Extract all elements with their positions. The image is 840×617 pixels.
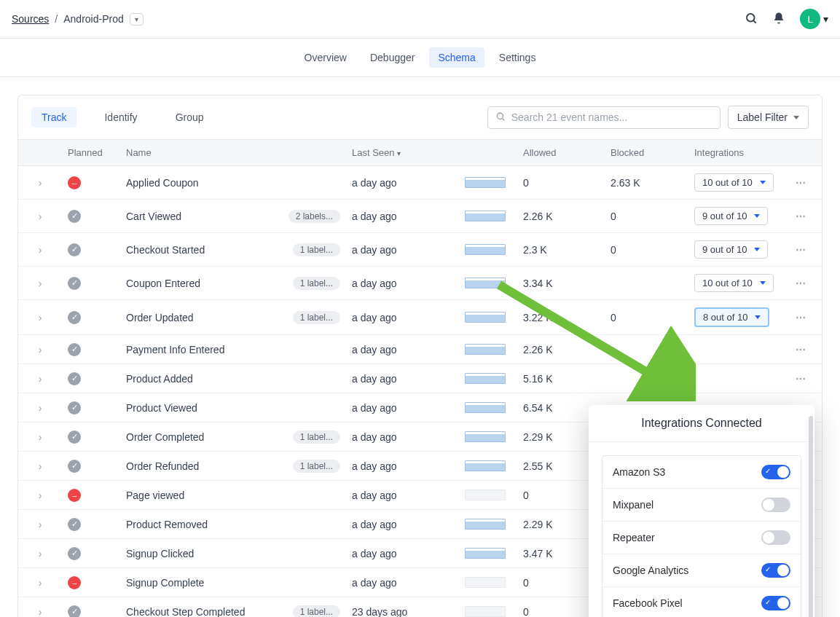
label-pill[interactable]: 1 label... — [293, 311, 340, 324]
subtab-track[interactable]: Track — [31, 107, 76, 127]
svg-line-1 — [753, 20, 755, 23]
integration-toggle[interactable] — [761, 498, 790, 512]
bell-icon[interactable] — [772, 12, 785, 27]
integrations-popover: Integrations Connected Amazon S3 ✓ Mixpa… — [589, 405, 815, 617]
row-menu-button[interactable]: ⋯ — [783, 270, 820, 296]
integration-name: Google Analytics — [613, 565, 688, 576]
check-circle-icon: ✓ — [68, 210, 81, 223]
toggle-knob — [777, 466, 789, 478]
minus-circle-icon: – — [68, 489, 81, 502]
expand-row-button[interactable]: › — [18, 599, 62, 618]
label-filter-text: Label Filter — [737, 111, 788, 123]
row-menu-button[interactable]: ⋯ — [783, 304, 820, 331]
search-icon — [495, 111, 506, 124]
integration-toggle[interactable]: ✓ — [761, 563, 790, 578]
expand-row-button[interactable]: › — [18, 203, 62, 229]
table-row: › ✓ Order Updated1 label... a day ago 3.… — [18, 300, 822, 335]
integrations-list: Amazon S3 ✓ Mixpanel Repeater Google Ana… — [602, 455, 801, 617]
label-pill[interactable]: 1 label... — [293, 277, 340, 290]
event-name: Product Removed — [126, 519, 340, 530]
label-pill[interactable]: 1 label... — [293, 431, 340, 444]
column-planned[interactable]: Planned — [62, 140, 120, 165]
tab-settings[interactable]: Settings — [490, 47, 545, 68]
blocked-value — [605, 276, 688, 291]
label-filter-button[interactable]: Label Filter — [728, 106, 809, 129]
integration-toggle[interactable]: ✓ — [761, 596, 790, 610]
tab-debugger[interactable]: Debugger — [361, 47, 424, 68]
column-last-seen[interactable]: Last Seen ▾ — [346, 140, 459, 165]
expand-row-button[interactable]: › — [18, 511, 62, 538]
check-circle-icon: ✓ — [68, 372, 81, 385]
expand-row-button[interactable]: › — [18, 366, 62, 392]
search-input[interactable] — [511, 111, 713, 123]
expand-row-button[interactable]: › — [18, 337, 62, 363]
sparkline — [465, 606, 506, 617]
chevron-down-icon — [760, 181, 766, 184]
expand-row-button[interactable]: › — [18, 482, 62, 508]
tab-schema[interactable]: Schema — [429, 47, 484, 68]
label-pill[interactable]: 1 label... — [293, 460, 340, 473]
row-menu-button[interactable]: ⋯ — [783, 366, 820, 392]
expand-row-button[interactable]: › — [18, 270, 62, 296]
integrations-dropdown[interactable]: 8 out of 10 — [694, 307, 769, 327]
integration-toggle[interactable]: ✓ — [761, 465, 790, 479]
integration-name: Facebook Pixel — [613, 597, 683, 609]
expand-row-button[interactable]: › — [18, 570, 62, 596]
check-circle-icon: ✓ — [68, 343, 81, 356]
popover-scrollbar[interactable] — [809, 416, 813, 617]
row-menu-button[interactable]: ⋯ — [783, 203, 820, 229]
integrations-dropdown[interactable]: 10 out of 10 — [694, 274, 774, 292]
subtab-identify[interactable]: Identify — [94, 107, 147, 127]
check-icon: ✓ — [765, 598, 771, 606]
event-name: Checkout Step Completed — [126, 606, 287, 618]
event-name: Signup Complete — [126, 577, 340, 589]
row-menu-button[interactable]: ⋯ — [783, 237, 820, 263]
row-menu-button[interactable]: ⋯ — [783, 337, 820, 363]
integration-item: Facebook Pixel ✓ — [602, 587, 801, 617]
search-icon[interactable] — [745, 12, 758, 27]
event-name: Coupon Entered — [126, 278, 287, 289]
breadcrumb-dropdown[interactable]: ▾ — [130, 13, 144, 25]
label-pill[interactable]: 1 label... — [293, 605, 340, 618]
expand-row-button[interactable]: › — [18, 541, 62, 567]
last-seen-value: a day ago — [346, 337, 459, 363]
last-seen-value: a day ago — [346, 170, 459, 196]
check-circle-icon: ✓ — [68, 311, 81, 324]
row-menu-button[interactable]: ⋯ — [783, 170, 820, 196]
integration-toggle[interactable] — [761, 530, 790, 545]
toggle-knob — [777, 597, 789, 609]
last-seen-value: a day ago — [346, 304, 459, 331]
column-allowed[interactable]: Allowed — [517, 140, 605, 165]
integration-name: Mixpanel — [613, 499, 653, 511]
expand-row-button[interactable]: › — [18, 424, 62, 450]
event-name: Product Viewed — [126, 402, 340, 414]
breadcrumb-root-link[interactable]: Sources — [12, 13, 49, 25]
integrations-dropdown[interactable]: 9 out of 10 — [694, 240, 768, 259]
last-seen-value: a day ago — [346, 541, 459, 567]
breadcrumb-separator: / — [55, 13, 58, 25]
last-seen-value: a day ago — [346, 482, 459, 508]
label-pill[interactable]: 2 labels... — [288, 210, 340, 223]
integrations-dropdown[interactable]: 9 out of 10 — [694, 207, 768, 225]
column-blocked[interactable]: Blocked — [605, 140, 688, 165]
chevron-down-icon — [793, 116, 799, 119]
column-integrations[interactable]: Integrations — [688, 140, 783, 165]
event-name: Order Refunded — [126, 460, 287, 472]
search-box[interactable] — [487, 106, 721, 129]
expand-row-button[interactable]: › — [18, 170, 62, 196]
tab-overview[interactable]: Overview — [296, 47, 356, 68]
integrations-dropdown[interactable]: 10 out of 10 — [694, 173, 774, 192]
subtab-group[interactable]: Group — [165, 107, 214, 127]
expand-row-button[interactable]: › — [18, 395, 62, 421]
event-name: Signup Clicked — [126, 548, 340, 559]
last-seen-value: a day ago — [346, 366, 459, 392]
expand-row-button[interactable]: › — [18, 453, 62, 479]
user-menu[interactable]: L ▾ — [800, 9, 828, 29]
expand-row-button[interactable]: › — [18, 237, 62, 263]
svg-point-2 — [497, 113, 503, 119]
sparkline — [465, 177, 506, 188]
last-seen-value: a day ago — [346, 453, 459, 479]
label-pill[interactable]: 1 label... — [293, 243, 340, 256]
expand-row-button[interactable]: › — [18, 304, 62, 331]
column-name[interactable]: Name — [120, 140, 346, 165]
